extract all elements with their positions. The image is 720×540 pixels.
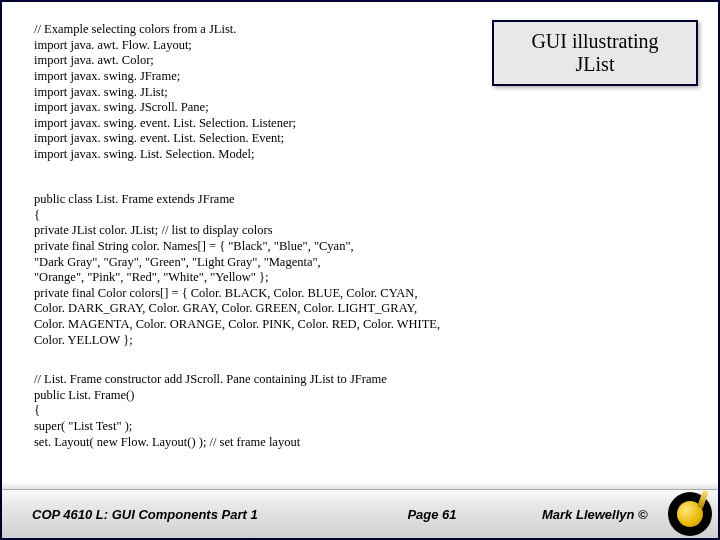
code-line: import javax. swing. JScroll. Pane; — [34, 100, 494, 116]
title-line1: GUI illustrating — [500, 30, 690, 53]
course-title: COP 4610 L: GUI Components Part 1 — [2, 507, 332, 522]
ucf-logo-icon — [668, 492, 712, 536]
code-block-constructor: // List. Frame constructor add JScroll. … — [34, 372, 634, 450]
code-line: public List. Frame() — [34, 388, 634, 404]
code-block-imports: // Example selecting colors from a JList… — [34, 22, 494, 163]
code-line: import javax. swing. JFrame; — [34, 69, 494, 85]
code-line: "Dark Gray", "Gray", "Green", "Light Gra… — [34, 255, 634, 271]
code-line: private JList color. JList; // list to d… — [34, 223, 634, 239]
title-box: GUI illustrating JList — [492, 20, 698, 86]
code-line: public class List. Frame extends JFrame — [34, 192, 634, 208]
code-line: // List. Frame constructor add JScroll. … — [34, 372, 634, 388]
code-line: { — [34, 208, 634, 224]
code-block-class: public class List. Frame extends JFrame … — [34, 192, 634, 348]
code-line: super( "List Test" ); — [34, 419, 634, 435]
code-line: // Example selecting colors from a JList… — [34, 22, 494, 38]
footer-bar: COP 4610 L: GUI Components Part 1 Page 6… — [2, 489, 718, 538]
code-line: import javax. swing. JList; — [34, 85, 494, 101]
code-line: { — [34, 403, 634, 419]
code-line: Color. DARK_GRAY, Color. GRAY, Color. GR… — [34, 301, 634, 317]
code-line: "Orange", "Pink", "Red", "White", "Yello… — [34, 270, 634, 286]
code-line: import java. awt. Color; — [34, 53, 494, 69]
title-line2: JList — [500, 53, 690, 76]
code-line: Color. MAGENTA, Color. ORANGE, Color. PI… — [34, 317, 634, 333]
code-line: import javax. swing. List. Selection. Mo… — [34, 147, 494, 163]
code-line: import java. awt. Flow. Layout; — [34, 38, 494, 54]
code-line: private final Color colors[] = { Color. … — [34, 286, 634, 302]
code-line: import javax. swing. event. List. Select… — [34, 116, 494, 132]
code-line: private final String color. Names[] = { … — [34, 239, 634, 255]
code-line: set. Layout( new Flow. Layout() ); // se… — [34, 435, 634, 451]
page-number: Page 61 — [332, 507, 532, 522]
code-line: import javax. swing. event. List. Select… — [34, 131, 494, 147]
code-line: Color. YELLOW }; — [34, 333, 634, 349]
